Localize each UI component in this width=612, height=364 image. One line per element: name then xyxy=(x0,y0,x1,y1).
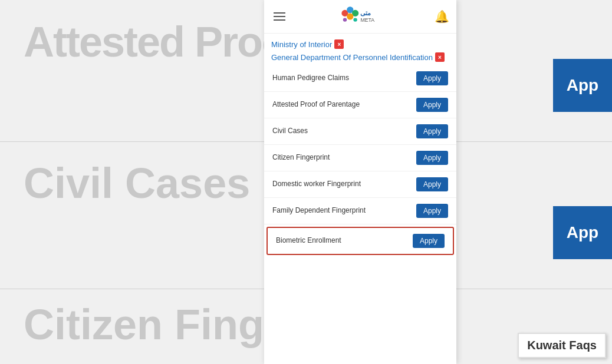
breadcrumb-department-label: General Department Of Personnel Identifi… xyxy=(271,53,433,62)
hamburger-button[interactable] xyxy=(271,10,288,23)
logo-area: متى META xyxy=(332,5,391,28)
bg-apply-button-2: App xyxy=(553,206,612,259)
svg-text:META: META xyxy=(360,17,374,23)
service-name: Domestic worker Fingerprint xyxy=(272,180,416,189)
hamburger-line-3 xyxy=(274,19,285,21)
service-item: Attested Proof of ParentageApply xyxy=(264,92,456,118)
kuwait-faqs-badge: Kuwait Faqs xyxy=(518,333,606,358)
hamburger-line-1 xyxy=(274,12,285,14)
service-item: Domestic worker FingerprintApply xyxy=(264,171,456,198)
svg-point-5 xyxy=(353,18,357,21)
apply-button[interactable]: Apply xyxy=(416,98,448,112)
breadcrumb-department-close[interactable]: × xyxy=(435,52,445,62)
service-name: Human Pedigree Claims xyxy=(272,74,416,83)
svg-point-3 xyxy=(347,13,353,19)
svg-point-4 xyxy=(343,18,346,21)
apply-button[interactable]: Apply xyxy=(416,124,448,138)
meta-logo: متى META xyxy=(332,5,391,28)
svg-text:متى: متى xyxy=(360,9,371,16)
apply-button[interactable]: Apply xyxy=(416,71,448,85)
service-item: Biometric EnrollmentApply xyxy=(266,227,454,255)
service-list: Human Pedigree ClaimsApplyAttested Proof… xyxy=(264,65,456,364)
overlay-panel: متى META 🔔 Ministry of Interior × Genera… xyxy=(264,0,456,364)
hamburger-line-2 xyxy=(274,16,285,17)
apply-button[interactable]: Apply xyxy=(416,204,448,218)
panel-header: متى META 🔔 xyxy=(264,0,456,34)
service-name: Family Dependent Fingerprint xyxy=(272,206,416,216)
service-name: Citizen Fingerprint xyxy=(272,153,416,163)
bg-text-attested: Attested Proof xyxy=(24,18,300,66)
notification-button[interactable]: 🔔 xyxy=(435,9,449,24)
service-item: Civil CasesApply xyxy=(264,118,456,145)
apply-button[interactable]: Apply xyxy=(416,177,448,191)
service-name: Attested Proof of Parentage xyxy=(272,100,416,110)
service-name: Civil Cases xyxy=(272,127,416,136)
bg-text-civil: Civil Cases xyxy=(24,159,250,207)
breadcrumb-department: General Department Of Personnel Identifi… xyxy=(271,52,445,62)
service-item: Family Dependent FingerprintApply xyxy=(264,198,456,224)
service-name: Biometric Enrollment xyxy=(276,236,413,246)
service-item: Human Pedigree ClaimsApply xyxy=(264,65,456,92)
apply-button[interactable]: Apply xyxy=(413,234,445,248)
bg-apply-button-1: App xyxy=(553,59,612,112)
service-item: Citizen FingerprintApply xyxy=(264,145,456,171)
breadcrumb-area: Ministry of Interior × General Departmen… xyxy=(264,34,456,65)
breadcrumb-ministry-close[interactable]: × xyxy=(334,39,344,49)
apply-button[interactable]: Apply xyxy=(416,151,448,165)
breadcrumb-ministry: Ministry of Interior × xyxy=(271,39,344,49)
breadcrumb-ministry-label: Ministry of Interior xyxy=(271,40,332,49)
